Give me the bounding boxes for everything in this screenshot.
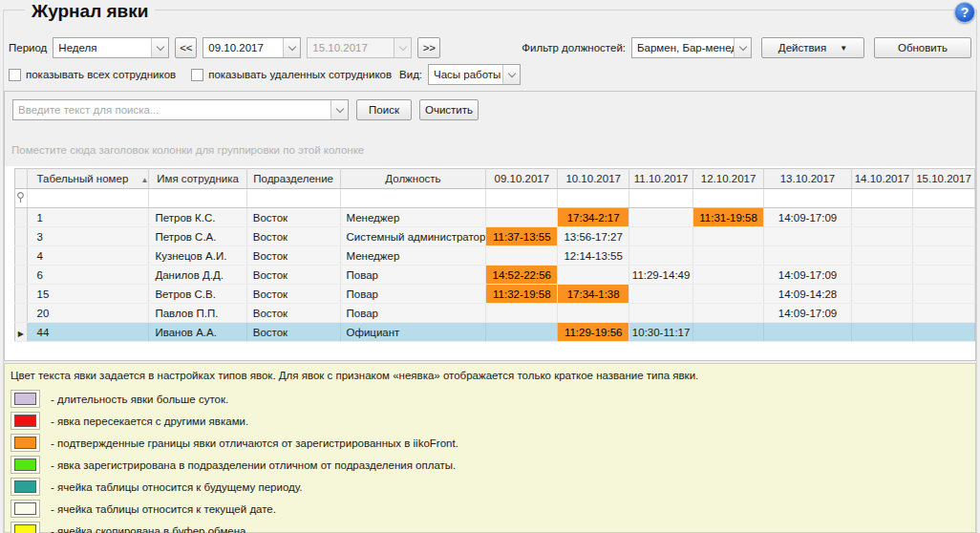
position-cell[interactable]: Системный администратор: [340, 227, 486, 246]
column-header-date[interactable]: 15.10.2017: [913, 169, 975, 189]
attendance-cell[interactable]: 14:09-14:28: [764, 285, 852, 304]
empty-day-cell[interactable]: [913, 323, 975, 342]
employee-name-cell[interactable]: Павлов П.П.: [149, 304, 246, 323]
column-header-date[interactable]: 11.10.2017: [629, 169, 693, 189]
table-row[interactable]: 15Ветров С.В.ВостокПовар11:32-19:5817:34…: [15, 285, 975, 304]
empty-day-cell[interactable]: [486, 304, 558, 323]
empty-day-cell[interactable]: [913, 246, 975, 266]
next-period-button[interactable]: >>: [417, 37, 440, 58]
help-icon[interactable]: ?: [954, 2, 975, 23]
empty-day-cell[interactable]: [558, 266, 629, 285]
employee-name-cell[interactable]: Ветров С.В.: [149, 285, 246, 304]
attendance-cell[interactable]: 17:34-2:17: [558, 208, 629, 227]
employee-id-cell[interactable]: 3: [27, 227, 149, 246]
column-header-date[interactable]: 10.10.2017: [558, 169, 629, 189]
filter-cell[interactable]: [149, 189, 246, 208]
empty-day-cell[interactable]: [913, 227, 975, 246]
attendance-cell[interactable]: 11:29-14:49: [629, 266, 693, 285]
empty-day-cell[interactable]: [486, 323, 558, 342]
chevron-down-icon[interactable]: [330, 100, 348, 119]
department-cell[interactable]: Восток: [246, 304, 340, 323]
empty-day-cell[interactable]: [851, 227, 912, 246]
employee-id-cell[interactable]: 6: [27, 266, 149, 285]
empty-day-cell[interactable]: [486, 208, 558, 227]
view-select[interactable]: Часы работы: [428, 64, 521, 85]
column-header-id[interactable]: Табельный номер ▲: [27, 169, 149, 189]
column-header-date[interactable]: 14.10.2017: [851, 169, 912, 189]
empty-day-cell[interactable]: [851, 323, 912, 342]
department-cell[interactable]: Восток: [246, 227, 340, 246]
position-cell[interactable]: Повар: [340, 304, 486, 323]
department-cell[interactable]: Восток: [246, 246, 340, 266]
empty-day-cell[interactable]: [486, 246, 558, 266]
filter-cell[interactable]: [27, 189, 149, 208]
chevron-down-icon[interactable]: [502, 65, 520, 84]
empty-day-cell[interactable]: [851, 266, 912, 285]
attendance-cell[interactable]: 11:31-19:58: [693, 208, 764, 227]
empty-day-cell[interactable]: [913, 285, 975, 304]
employee-id-cell[interactable]: 44: [27, 323, 149, 342]
empty-day-cell[interactable]: [913, 304, 975, 323]
attendance-cell[interactable]: 11:37-13:55: [486, 227, 558, 246]
employee-name-cell[interactable]: Петров К.С.: [149, 208, 246, 227]
attendance-cell[interactable]: 13:56-17:27: [558, 227, 629, 246]
clear-search-button[interactable]: Очистить: [419, 99, 479, 120]
empty-day-cell[interactable]: [913, 208, 975, 227]
attendance-cell[interactable]: 12:14-13:55: [558, 246, 629, 266]
filter-cell[interactable]: [629, 189, 693, 208]
empty-day-cell[interactable]: [558, 304, 629, 323]
position-cell[interactable]: Повар: [340, 266, 486, 285]
row-indicator[interactable]: [15, 304, 28, 323]
attendance-cell[interactable]: 14:09-17:09: [764, 304, 852, 323]
empty-day-cell[interactable]: [851, 285, 912, 304]
employee-id-cell[interactable]: 20: [27, 304, 149, 323]
position-cell[interactable]: Менеджер: [340, 246, 486, 266]
empty-day-cell[interactable]: [851, 304, 912, 323]
table-row[interactable]: 4Кузнецов А.И.ВостокМенеджер12:14-13:55: [15, 246, 975, 266]
refresh-button[interactable]: Обновить: [874, 37, 971, 58]
position-cell[interactable]: Менеджер: [340, 208, 486, 227]
row-indicator[interactable]: [15, 227, 28, 246]
column-header-position[interactable]: Должность: [340, 169, 486, 189]
table-row[interactable]: 1Петров К.С.ВостокМенеджер17:34-2:1711:3…: [15, 208, 975, 227]
show-deleted-employees-checkbox[interactable]: [191, 69, 203, 81]
period-select[interactable]: Неделя: [53, 37, 169, 58]
filter-cell[interactable]: [764, 189, 852, 208]
empty-day-cell[interactable]: [629, 285, 693, 304]
column-header-date[interactable]: 12.10.2017: [693, 169, 764, 189]
attendance-cell[interactable]: 11:32-19:58: [486, 285, 558, 304]
search-button[interactable]: Поиск: [356, 99, 412, 120]
employee-name-cell[interactable]: Данилов Д.Д.: [149, 266, 246, 285]
empty-day-cell[interactable]: [913, 266, 975, 285]
employee-id-cell[interactable]: 4: [27, 246, 149, 266]
employee-id-cell[interactable]: 1: [27, 208, 149, 227]
empty-day-cell[interactable]: [629, 246, 693, 266]
empty-day-cell[interactable]: [693, 227, 764, 246]
column-header-name[interactable]: Имя сотрудника: [149, 169, 246, 189]
empty-day-cell[interactable]: [764, 227, 852, 246]
row-indicator[interactable]: ▶: [15, 323, 28, 342]
employee-name-cell[interactable]: Петров С.А.: [149, 227, 246, 246]
empty-day-cell[interactable]: [693, 246, 764, 266]
attendance-cell[interactable]: 17:34-1:38: [558, 285, 629, 304]
row-indicator[interactable]: [15, 266, 28, 285]
empty-day-cell[interactable]: [693, 323, 764, 342]
attendance-cell[interactable]: 14:09-17:09: [764, 266, 852, 285]
filter-cell[interactable]: [246, 189, 340, 208]
table-row[interactable]: 6Данилов Д.Д.ВостокПовар14:52-22:5611:29…: [15, 266, 975, 285]
attendance-cell[interactable]: 10:30-11:17: [629, 323, 693, 342]
date-from-select[interactable]: 09.10.2017: [202, 37, 301, 58]
column-header-date[interactable]: 09.10.2017: [486, 169, 558, 189]
chevron-down-icon[interactable]: [734, 38, 751, 57]
table-row[interactable]: 3Петров С.А.ВостокСистемный администрато…: [15, 227, 975, 246]
filter-cell[interactable]: [851, 189, 912, 208]
table-row[interactable]: 20Павлов П.П.ВостокПовар14:09-17:09: [15, 304, 975, 323]
attendance-cell[interactable]: 14:09-17:09: [764, 208, 852, 227]
chevron-down-icon[interactable]: [283, 38, 300, 57]
empty-day-cell[interactable]: [851, 246, 912, 266]
empty-day-cell[interactable]: [764, 246, 852, 266]
filter-cell[interactable]: [913, 189, 975, 208]
prev-period-button[interactable]: <<: [175, 37, 197, 58]
chevron-down-icon[interactable]: [151, 38, 168, 57]
department-cell[interactable]: Восток: [246, 323, 340, 342]
